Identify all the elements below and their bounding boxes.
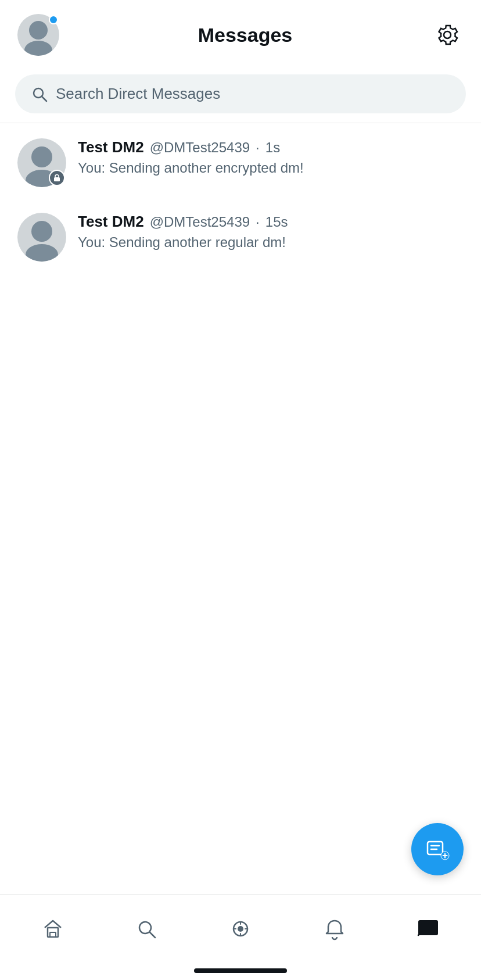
conv-time-2: 15s [265, 214, 288, 230]
conv-time-1: 1s [265, 140, 280, 156]
search-bar[interactable]: Search Direct Messages [15, 74, 466, 113]
conv-dot-2: · [256, 214, 260, 230]
svg-point-7 [31, 221, 52, 242]
header: Messages [0, 0, 481, 67]
svg-point-4 [31, 146, 52, 167]
svg-point-20 [238, 926, 243, 932]
conv-person-icon-2 [17, 213, 66, 262]
svg-line-18 [150, 932, 155, 938]
svg-point-0 [29, 21, 48, 40]
settings-button[interactable] [431, 19, 464, 51]
search-nav-icon [135, 917, 158, 940]
spaces-icon [229, 917, 252, 940]
conv-content-2: Test DM2 @DMTest25439 · 15s You: Sending… [78, 213, 464, 251]
conv-preview-2: You: Sending another regular dm! [78, 234, 464, 251]
conv-avatar-2 [17, 213, 66, 262]
conv-avatar-wrap-1 [17, 138, 66, 187]
home-indicator [194, 968, 287, 973]
svg-line-3 [42, 96, 47, 101]
svg-rect-9 [428, 842, 443, 854]
svg-point-1 [24, 41, 52, 56]
svg-point-2 [34, 88, 43, 98]
conv-preview-1: You: Sending another encrypted dm! [78, 160, 464, 176]
conv-handle-1: @DMTest25439 [150, 140, 250, 156]
conversation-item-1[interactable]: Test DM2 @DMTest25439 · 1s You: Sending … [0, 126, 481, 200]
svg-rect-6 [54, 177, 60, 181]
conv-header-row-2: Test DM2 @DMTest25439 · 15s [78, 213, 464, 231]
nav-home[interactable] [33, 909, 73, 949]
conversation-item-2[interactable]: Test DM2 @DMTest25439 · 15s You: Sending… [0, 200, 481, 274]
nav-search[interactable] [126, 909, 167, 949]
bell-icon [323, 917, 346, 940]
nav-messages[interactable] [408, 909, 448, 949]
lock-icon [53, 174, 61, 182]
online-dot [49, 15, 58, 24]
nav-notifications[interactable] [314, 909, 355, 949]
compose-icon [425, 837, 450, 861]
search-icon [31, 86, 48, 102]
conv-name-2: Test DM2 [78, 213, 144, 231]
gear-icon [435, 23, 460, 47]
page-title: Messages [198, 24, 293, 47]
bottom-nav [0, 894, 481, 980]
messages-nav-icon [417, 917, 440, 940]
user-avatar-wrap[interactable] [17, 14, 59, 56]
conv-name-1: Test DM2 [78, 138, 144, 156]
conv-avatar-wrap-2 [17, 213, 66, 262]
conv-handle-2: @DMTest25439 [150, 214, 250, 230]
svg-point-17 [139, 922, 151, 933]
nav-spaces[interactable] [220, 909, 261, 949]
conv-header-row-1: Test DM2 @DMTest25439 · 1s [78, 138, 464, 156]
conversation-list: Test DM2 @DMTest25439 · 1s You: Sending … [0, 126, 481, 274]
search-bar-wrap: Search Direct Messages [0, 67, 481, 123]
search-placeholder: Search Direct Messages [56, 85, 220, 103]
new-message-fab[interactable] [411, 823, 464, 875]
conv-dot-1: · [256, 140, 260, 156]
lock-badge [49, 170, 65, 186]
svg-point-8 [26, 244, 58, 262]
divider [0, 123, 481, 123]
home-icon [41, 917, 64, 940]
conv-content-1: Test DM2 @DMTest25439 · 1s You: Sending … [78, 138, 464, 176]
